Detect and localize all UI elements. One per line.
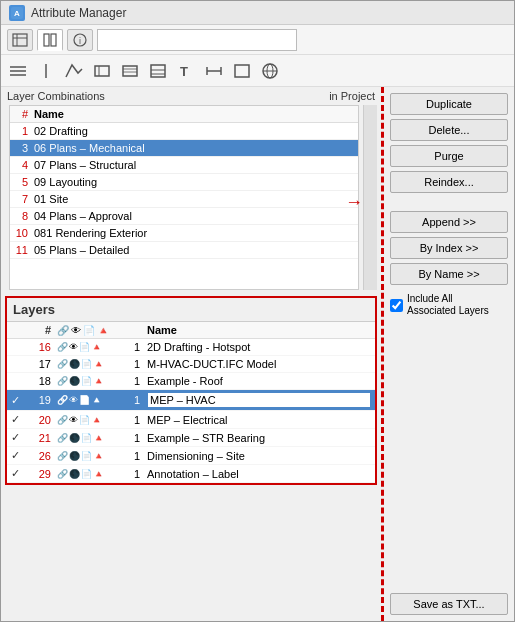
table-row[interactable]: 11 05 Plans – Detailed: [10, 242, 358, 259]
save-as-txt-button[interactable]: Save as TXT...: [390, 593, 508, 615]
delete-button[interactable]: Delete...: [390, 119, 508, 141]
layers-table[interactable]: 16 🔗 👁 📄 🔺 1 2D Drafting - Hotspot: [7, 339, 375, 483]
tab-1[interactable]: [7, 29, 33, 51]
right-panel: Duplicate Delete... Purge Reindex... App…: [384, 87, 514, 621]
zone-icon[interactable]: [231, 60, 253, 82]
composite-icon[interactable]: [147, 60, 169, 82]
svg-rect-15: [123, 66, 137, 76]
include-all-layers-checkbox[interactable]: [390, 299, 403, 312]
arrow-right-indicator: →: [345, 192, 363, 213]
dimension-icon[interactable]: [203, 60, 225, 82]
purge-button[interactable]: Purge: [390, 145, 508, 167]
layer-combos-label: Layer Combinations: [7, 90, 105, 102]
layer-combo-table[interactable]: # Name 1 02 Drafting 3 06 Plans – Mechan…: [9, 105, 359, 290]
app-icon: A: [9, 5, 25, 21]
include-all-layers-checkbox-label[interactable]: Include AllAssociated Layers: [390, 293, 508, 317]
table-row[interactable]: 5 09 Layouting: [10, 174, 358, 191]
main-content: Layer Combinations in Project # Name 1 0…: [1, 87, 514, 621]
table-row[interactable]: 4 07 Plans – Structural: [10, 157, 358, 174]
fill-icon[interactable]: [91, 60, 113, 82]
layer-combos-header: Layer Combinations in Project: [1, 87, 381, 105]
layer-row[interactable]: 17 🔗 🌑 📄 🔺 1 M-HVAC-DUCT.IFC Model: [7, 356, 375, 373]
layer-row[interactable]: 16 🔗 👁 📄 🔺 1 2D Drafting - Hotspot: [7, 339, 375, 356]
in-project-label: in Project: [329, 90, 375, 102]
layers-col-header: # 🔗 👁 📄 🔺 Name: [7, 322, 375, 339]
svg-text:i: i: [79, 36, 81, 46]
left-panel: Layer Combinations in Project # Name 1 0…: [1, 87, 384, 621]
table-row[interactable]: 8 04 Plans – Approval: [10, 208, 358, 225]
tab-3[interactable]: i: [67, 29, 93, 51]
table-row[interactable]: 7 01 Site: [10, 191, 358, 208]
layer-combo-header-row: # Name: [10, 106, 358, 123]
svg-text:T: T: [180, 64, 188, 79]
include-all-label: Include AllAssociated Layers: [407, 293, 489, 317]
layer-row-selected[interactable]: ✓ 19 🔗 👁 📄 🔺 1: [7, 390, 375, 411]
text-icon[interactable]: T: [175, 60, 197, 82]
svg-text:A: A: [14, 9, 20, 18]
svg-rect-2: [13, 34, 27, 46]
layers-icon[interactable]: [7, 60, 29, 82]
by-index-button[interactable]: By Index >>: [390, 237, 508, 259]
svg-rect-5: [44, 34, 49, 46]
layer-name-edit-input[interactable]: [147, 392, 371, 408]
append-button[interactable]: Append >>: [390, 211, 508, 233]
svg-rect-6: [51, 34, 56, 46]
globe-icon[interactable]: [259, 60, 281, 82]
svg-rect-18: [151, 65, 165, 77]
layer-row[interactable]: ✓ 21 🔗 🌑 📄 🔺 1 Example – STR Bearing: [7, 429, 375, 447]
table-row[interactable]: 1 02 Drafting: [10, 123, 358, 140]
layers-section: Layers # 🔗 👁 📄 🔺 Name: [5, 296, 377, 485]
hatch-icon[interactable]: [119, 60, 141, 82]
layers-header: Layers: [7, 298, 375, 322]
combo-scrollbar[interactable]: [363, 105, 377, 290]
icon-toolbar: T: [1, 55, 514, 87]
layer-row[interactable]: ✓ 20 🔗 👁 📄 🔺 1 MEP – Electrical: [7, 411, 375, 429]
layer-row[interactable]: ✓ 26 🔗 🌑 📄 🔺 1 Dimensioning – Site: [7, 447, 375, 465]
line-icon[interactable]: [63, 60, 85, 82]
by-name-button[interactable]: By Name >>: [390, 263, 508, 285]
layer-row[interactable]: ✓ 29 🔗 🌑 📄 🔺 1 Annotation – Label: [7, 465, 375, 483]
reindex-button[interactable]: Reindex...: [390, 171, 508, 193]
table-row[interactable]: 10 081 Rendering Exterior: [10, 225, 358, 242]
table-row[interactable]: 3 06 Plans – Mechanical: [10, 140, 358, 157]
tab-2[interactable]: [37, 29, 63, 51]
search-input[interactable]: [97, 29, 297, 51]
layer-row[interactable]: 18 🔗 🌑 📄 🔺 1 Example - Roof: [7, 373, 375, 390]
pen-icon[interactable]: [35, 60, 57, 82]
svg-rect-25: [235, 65, 249, 77]
duplicate-button[interactable]: Duplicate: [390, 93, 508, 115]
window-title: Attribute Manager: [31, 6, 126, 20]
title-bar: A Attribute Manager: [1, 1, 514, 25]
col-icons-header: 🔗 👁 📄 🔺: [57, 325, 127, 336]
attribute-manager-window: A Attribute Manager i: [0, 0, 515, 622]
toolbar-row1: i: [1, 25, 514, 55]
svg-rect-13: [95, 66, 109, 76]
